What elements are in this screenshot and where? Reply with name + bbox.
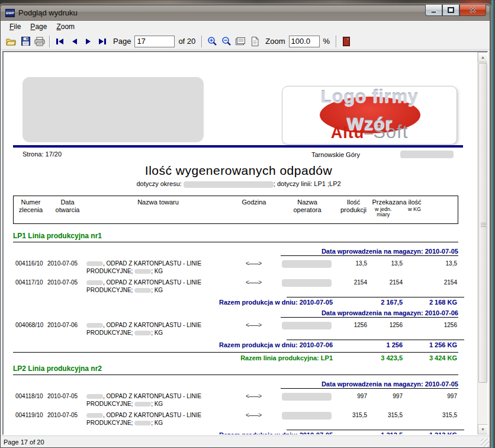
previous-page-button[interactable] [67, 34, 81, 49]
vertical-scrollbar[interactable]: ▲ ▼ [477, 52, 487, 434]
zoom-percent-label: % [323, 37, 330, 46]
report-page: Altu–Soft Logo firmy Wzór Strona: 17/20 … [12, 55, 465, 435]
exit-door-icon [343, 37, 350, 46]
next-page-icon [85, 38, 92, 45]
hours-cell: <-------> [229, 260, 278, 275]
print-button[interactable] [33, 34, 47, 49]
last-page-icon [98, 38, 107, 45]
close-button[interactable] [459, 5, 486, 16]
col-header-operator: Nazwaoperatora [279, 199, 336, 223]
save-button[interactable] [18, 34, 33, 49]
maximize-button[interactable] [442, 5, 459, 16]
product-cell: , ODPAD Z KARTONPLASTU - LINIEPRODUKCYJN… [86, 260, 229, 275]
line-total-row: Razem linia produkcyjna: LP1 3 423,5 3 4… [13, 352, 458, 361]
scrollbar-thumb[interactable] [478, 63, 487, 383]
hours-cell: <-------> [229, 411, 278, 427]
fit-width-button[interactable] [233, 34, 247, 49]
print-preview-window: BWP Podgląd wydruku File Page Zoom [0, 5, 490, 448]
col-header-units: w jedn.miary [375, 207, 392, 217]
table-row: 004119/10 2010-07-05 , ODPAD Z KARTONPLA… [13, 408, 458, 427]
col-header-product: Nazwa towaru [87, 199, 229, 223]
preview-area: Altu–Soft Logo firmy Wzór Strona: 17/20 … [2, 51, 488, 435]
product-cell: , ODPAD Z KARTONPLASTU - LINIEPRODUKCYJN… [86, 321, 229, 337]
redacted-operator [282, 322, 332, 329]
next-page-button[interactable] [81, 34, 95, 49]
thumb-grip [481, 223, 486, 228]
menu-zoom[interactable]: Zoom [52, 21, 79, 32]
product-cell: , ODPAD Z KARTONPLASTU - LINIEPRODUKCYJN… [86, 392, 229, 408]
redacted-operator [282, 279, 332, 287]
product-cell: , ODPAD Z KARTONPLASTU - LINIEPRODUKCYJN… [86, 279, 229, 294]
resize-grip[interactable] [481, 439, 489, 447]
minimize-button[interactable] [425, 5, 442, 16]
whole-page-button[interactable] [247, 34, 262, 49]
table-header: Numerzlecenia Dataotwarcia Nazwa towaru … [13, 196, 458, 224]
zoom-value-input[interactable] [289, 36, 320, 47]
day-sum-row: Razem produkcja w dniu: 2010-07-06 1 256… [13, 340, 458, 348]
operator-cell [278, 411, 335, 427]
redacted-company-block [22, 77, 204, 142]
table-row: 004117/10 2010-07-05 , ODPAD Z KARTONPLA… [13, 275, 458, 294]
page-label: Page [113, 37, 131, 46]
redacted-period [184, 181, 274, 188]
operator-cell [278, 392, 335, 408]
menu-bar: File Page Zoom [1, 21, 490, 33]
redacted-code [86, 261, 103, 266]
city-label: Tarnowskie Góry [311, 151, 360, 158]
maximize-icon [448, 7, 454, 13]
close-icon [470, 7, 476, 13]
redacted-operator [282, 260, 332, 268]
first-page-button[interactable] [53, 34, 67, 49]
header-rule [13, 145, 463, 148]
company-logo: Altu–Soft Logo firmy Wzór [282, 86, 457, 145]
redacted-code [134, 421, 151, 425]
last-page-button[interactable] [95, 34, 110, 49]
menu-file[interactable]: File [5, 21, 25, 32]
subtitle-suffix: ; dotyczy linii: LP1 ;LP2 [274, 180, 341, 187]
redacted-code [134, 331, 151, 335]
redacted-code [86, 280, 103, 285]
col-header-date: Dataotwarcia [48, 199, 87, 223]
zoom-in-icon [207, 36, 217, 46]
previous-page-icon [70, 38, 78, 45]
window-title: Podgląd wydruku [18, 8, 78, 17]
table-row: 004068/10 2010-07-06 , ODPAD Z KARTONPLA… [13, 318, 458, 337]
group-date-header: Data wprowadzenia na magazyn: 2010-07-05 [13, 380, 458, 389]
whole-page-icon [251, 37, 259, 46]
subtitle-prefix: dotyczy okresu: [136, 180, 183, 187]
col-header-qty: Ilośćprodukcji [336, 199, 371, 223]
redacted-code [134, 269, 151, 274]
hours-cell: <-------> [229, 392, 278, 408]
toolbar-separator [201, 36, 202, 47]
col-header-order: Numerzlecenia [14, 199, 48, 223]
report-header: Altu–Soft Logo firmy Wzór Strona: 17/20 … [12, 55, 465, 196]
redacted-code [134, 288, 151, 293]
scroll-up-button[interactable]: ▲ [478, 52, 488, 62]
page-indicator: Strona: 17/20 [22, 151, 62, 158]
save-floppy-icon [21, 37, 30, 46]
status-text: Page 17 of 20 [4, 439, 44, 446]
redacted-operator [282, 412, 332, 420]
group-date-header: Data wprowadzenia na magazyn: 2010-07-05 [13, 248, 458, 256]
hours-cell: <-------> [229, 279, 278, 294]
exit-button[interactable] [339, 34, 353, 49]
menu-page[interactable]: Page [25, 21, 52, 32]
background-window-edge [491, 0, 493, 448]
table-row: 004116/10 2010-07-05 , ODPAD Z KARTONPLA… [13, 256, 458, 275]
redacted-code [86, 413, 103, 418]
product-cell: , ODPAD Z KARTONPLASTU - LINIEPRODUKCYJN… [86, 411, 229, 427]
scroll-down-button[interactable]: ▼ [478, 424, 488, 434]
toolbar-separator [49, 36, 50, 47]
page-width-icon [235, 37, 246, 46]
page-of-label: of 20 [178, 37, 195, 46]
zoom-out-button[interactable] [219, 34, 233, 49]
page-number-input[interactable] [134, 36, 175, 47]
col-header-hours: Godzina [229, 199, 279, 223]
toolbar: Page of 20 [1, 33, 490, 50]
zoom-in-button[interactable] [205, 34, 219, 49]
table-row: 004118/10 2010-07-05 , ODPAD Z KARTONPLA… [13, 389, 458, 408]
redacted-date [400, 151, 454, 158]
open-folder-icon [6, 37, 17, 46]
open-button[interactable] [4, 34, 18, 49]
title-bar[interactable]: BWP Podgląd wydruku [1, 5, 490, 21]
